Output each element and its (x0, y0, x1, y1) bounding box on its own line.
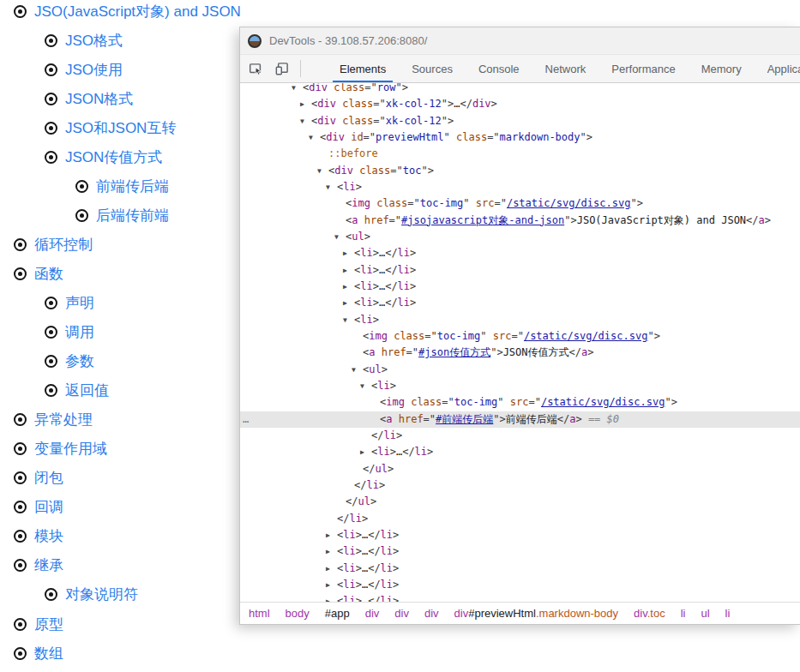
toc-link[interactable]: JSO使用 (65, 60, 123, 80)
triangle-expanded-icon[interactable]: ▼ (326, 179, 337, 195)
code-row[interactable]: </li> (240, 428, 800, 444)
code-row[interactable]: ▼<div class="toc"> (240, 163, 800, 179)
toc-link[interactable]: 函数 (34, 264, 63, 284)
toc-link[interactable]: JSO(JavaScript对象) and JSON (34, 2, 241, 21)
code-row[interactable]: </li> (240, 511, 800, 527)
breadcrumb-item[interactable]: li (681, 607, 686, 620)
code-row[interactable]: ▶<li>…</li> (240, 295, 800, 311)
tab-memory[interactable]: Memory (689, 55, 755, 83)
code-row[interactable]: <a href="#jsojavascript对象-and-json">JSO(… (240, 213, 800, 229)
toc-link[interactable]: 声明 (65, 293, 94, 313)
code-row[interactable]: <img class="toc-img" src="/static/svg/di… (240, 195, 800, 212)
breadcrumb-item[interactable]: div (365, 607, 380, 620)
code-row[interactable]: ▶<li>…</li> (240, 561, 800, 577)
toc-link[interactable]: JSO和JSON互转 (65, 118, 176, 138)
more-actions-icon[interactable]: … (243, 411, 250, 428)
devtools-toolbar: ElementsSourcesConsoleNetworkPerformance… (240, 55, 800, 83)
code-row[interactable]: <img class="toc-img" src="/static/svg/di… (240, 328, 800, 345)
toc-link[interactable]: JSON格式 (65, 89, 133, 109)
code-row-selected[interactable]: …<a href="#前端传后端">前端传后端</a> == $0 (240, 411, 800, 428)
code-row[interactable]: ▶<li>…</li> (240, 444, 800, 460)
toc-link[interactable]: 变量作用域 (34, 439, 107, 459)
breadcrumb-item[interactable]: body (286, 607, 310, 620)
tab-console[interactable]: Console (466, 55, 532, 83)
toc-link[interactable]: JSO格式 (65, 31, 123, 51)
triangle-expanded-icon[interactable]: ▼ (334, 229, 346, 245)
triangle-expanded-icon[interactable]: ▼ (360, 378, 371, 394)
triangle-expanded-icon[interactable]: ▼ (292, 83, 303, 96)
triangle-collapsed-icon[interactable]: ▶ (326, 561, 337, 577)
toc-link[interactable]: 循环控制 (34, 235, 93, 255)
triangle-collapsed-icon[interactable]: ▶ (326, 577, 337, 593)
toc-link[interactable]: 返回值 (65, 381, 109, 400)
breadcrumb-item[interactable]: div (424, 607, 439, 620)
code-row[interactable]: ▼<ul> (240, 362, 800, 378)
triangle-expanded-icon[interactable]: ▼ (317, 163, 328, 179)
toc-link[interactable]: 模块 (34, 526, 63, 546)
toc-link[interactable]: 前端传后端 (96, 177, 169, 196)
code-row[interactable]: </ul> (240, 461, 800, 477)
triangle-collapsed-icon[interactable]: ▶ (343, 295, 354, 311)
code-row[interactable]: ▼<div class="xk-col-12"> (240, 113, 800, 129)
breadcrumb-item[interactable]: html (249, 607, 270, 620)
triangle-collapsed-icon[interactable]: ▶ (326, 593, 337, 602)
toc-link[interactable]: 原型 (34, 615, 63, 634)
code-row[interactable]: <img class="toc-img" src="/static/svg/di… (240, 394, 800, 411)
toc-link[interactable]: JSON传值方式 (65, 147, 162, 167)
toc-link[interactable]: 对象说明符 (65, 585, 138, 604)
code-row[interactable]: ▶<li>…</li> (240, 262, 800, 279)
triangle-expanded-icon[interactable]: ▼ (343, 312, 354, 328)
triangle-collapsed-icon[interactable]: ▶ (343, 245, 354, 261)
toc-link[interactable]: 异常处理 (34, 410, 93, 429)
toc-link[interactable]: 参数 (65, 351, 94, 371)
code-row[interactable]: ▼<li> (240, 378, 800, 394)
code-row[interactable]: ▶<li>…</li> (240, 543, 800, 560)
tab-elements[interactable]: Elements (327, 55, 399, 83)
tab-sources[interactable]: Sources (399, 55, 466, 83)
tab-performance[interactable]: Performance (598, 55, 688, 83)
breadcrumb-item[interactable]: div.toc (634, 607, 665, 620)
breadcrumb-item[interactable]: div (394, 607, 409, 620)
device-toolbar-icon[interactable] (271, 57, 293, 80)
code-row[interactable]: ▶<li>…</li> (240, 245, 800, 261)
inspect-element-icon[interactable] (244, 57, 267, 80)
toc-link[interactable]: 继承 (34, 555, 63, 575)
tab-network[interactable]: Network (532, 55, 599, 83)
triangle-expanded-icon[interactable]: ▼ (300, 113, 311, 129)
code-row[interactable]: </li> (240, 477, 800, 494)
breadcrumb-item[interactable]: li (725, 607, 731, 620)
disc-icon (45, 297, 57, 309)
triangle-collapsed-icon[interactable]: ▶ (360, 444, 371, 460)
code-row[interactable]: ▼<div id="previewHtml" class="markdown-b… (240, 129, 800, 146)
triangle-collapsed-icon[interactable]: ▶ (326, 543, 337, 560)
triangle-expanded-icon[interactable]: ▼ (352, 362, 363, 378)
toc-link[interactable]: 调用 (65, 322, 94, 342)
code-row[interactable]: ▼<li> (240, 312, 800, 328)
devtools-title: DevTools - 39.108.57.206:8080/ (269, 34, 427, 47)
code-row[interactable]: ▼<div class="row"> (240, 83, 800, 96)
triangle-collapsed-icon[interactable]: ▶ (343, 279, 354, 295)
code-row[interactable]: ▶<li>…</li> (240, 593, 800, 602)
breadcrumb-item[interactable]: div#previewHtml.markdown-body (454, 607, 618, 620)
disc-icon (45, 34, 57, 47)
code-row[interactable]: ▶<li>…</li> (240, 527, 800, 543)
code-row[interactable]: ▶<li>…</li> (240, 577, 800, 593)
code-row[interactable]: ▼<li> (240, 179, 800, 195)
triangle-collapsed-icon[interactable]: ▶ (326, 527, 337, 543)
code-row[interactable]: <a href="#json传值方式">JSON传值方式</a> (240, 345, 800, 361)
triangle-collapsed-icon[interactable]: ▶ (343, 262, 354, 279)
triangle-expanded-icon[interactable]: ▼ (309, 129, 320, 146)
toc-link[interactable]: 闭包 (34, 468, 63, 488)
toc-link[interactable]: 后端传前端 (96, 206, 169, 225)
breadcrumb-item[interactable]: ul (701, 607, 709, 620)
code-row[interactable]: </ul> (240, 494, 800, 510)
code-row[interactable]: ::before (240, 146, 800, 162)
code-row[interactable]: ▶<li>…</li> (240, 279, 800, 295)
triangle-collapsed-icon[interactable]: ▶ (300, 96, 311, 112)
tab-application[interactable]: Application (755, 55, 800, 83)
toc-link[interactable]: 回调 (34, 497, 63, 517)
code-row[interactable]: ▼<ul> (240, 229, 800, 245)
toc-link[interactable]: 数组 (34, 644, 63, 663)
breadcrumb-item[interactable]: #app (325, 607, 350, 620)
code-row[interactable]: ▶<div class="xk-col-12">…</div> (240, 96, 800, 112)
